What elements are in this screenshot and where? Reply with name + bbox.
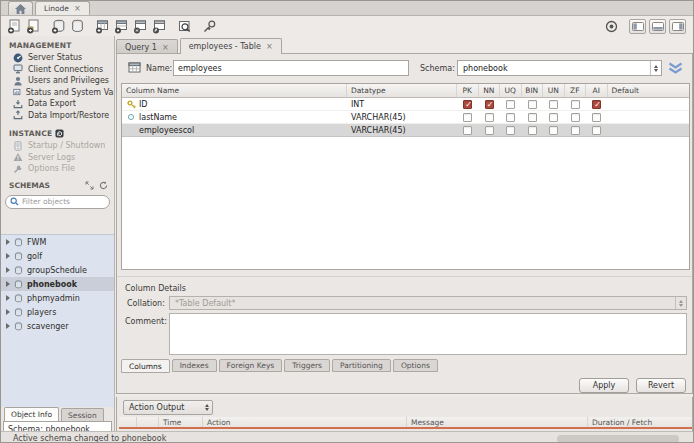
nn-checkbox[interactable] (485, 100, 494, 109)
table-row-employeescol[interactable]: employeescol VARCHAR(45) (122, 124, 689, 137)
ai-checkbox[interactable] (592, 100, 601, 109)
open-sql-script-icon[interactable] (24, 18, 43, 35)
reconnect-icon[interactable] (200, 18, 219, 35)
tab-foreign-keys[interactable]: Foreign Keys (219, 359, 283, 372)
tab-session[interactable]: Session (61, 408, 104, 421)
header-pk[interactable]: PK (457, 84, 479, 97)
tab-options[interactable]: Options (393, 359, 438, 372)
toggle-left-sidebar-icon[interactable] (629, 19, 646, 34)
bin-checkbox[interactable] (528, 100, 537, 109)
expander-icon[interactable] (6, 267, 10, 273)
connection-tab[interactable]: Linode × (35, 1, 90, 15)
toggle-right-sidebar-icon[interactable] (669, 19, 686, 34)
bin-checkbox[interactable] (528, 126, 537, 135)
apply-button[interactable]: Apply (579, 378, 629, 393)
header-datatype[interactable]: Datatype (347, 84, 457, 97)
sidebar-item-system-variables[interactable]: Status and System Variables (1, 87, 114, 99)
tab-triggers[interactable]: Triggers (284, 359, 330, 372)
nn-checkbox[interactable] (485, 113, 494, 122)
table-row-id[interactable]: ID INT (122, 98, 689, 111)
comment-textarea[interactable] (169, 313, 687, 355)
spinner-icon[interactable] (650, 61, 661, 75)
schema-item-phonebook[interactable]: phonebook (1, 277, 114, 291)
table-row-lastname[interactable]: lastName VARCHAR(45) (122, 111, 689, 124)
header-column-name[interactable]: Column Name (122, 84, 347, 97)
expander-icon[interactable] (6, 323, 10, 329)
header-nn[interactable]: NN (479, 84, 501, 97)
schemas-section-title: SCHEMAS (9, 181, 50, 190)
header-bin[interactable]: BIN (522, 84, 544, 97)
zf-checkbox[interactable] (571, 126, 580, 135)
header-duration[interactable]: Duration / Fetch (588, 417, 692, 427)
expander-icon[interactable] (6, 295, 10, 301)
create-procedure-icon[interactable] (131, 18, 150, 35)
header-uq[interactable]: UQ (500, 84, 522, 97)
filter-objects-input[interactable] (22, 197, 102, 206)
tab-query-1[interactable]: Query 1 × (116, 39, 178, 54)
un-checkbox[interactable] (549, 113, 558, 122)
pk-checkbox[interactable] (463, 126, 472, 135)
schema-item-scavenger[interactable]: scavenger (1, 319, 114, 333)
tab-object-info[interactable]: Object Info (4, 407, 59, 421)
close-icon[interactable]: × (162, 43, 169, 52)
expander-icon[interactable] (6, 281, 10, 287)
header-un[interactable]: UN (543, 84, 565, 97)
create-function-icon[interactable] (150, 18, 169, 35)
uq-checkbox[interactable] (506, 126, 515, 135)
sidebar-item-users-privileges[interactable]: Users and Privileges (1, 75, 114, 87)
spinner-icon[interactable] (201, 401, 212, 414)
expand-icon[interactable] (85, 181, 94, 190)
create-view-icon[interactable] (112, 18, 131, 35)
schema-item-phpmyadmin[interactable]: phpmyadmin (1, 291, 114, 305)
nn-checkbox[interactable] (485, 126, 494, 135)
create-table-icon[interactable] (93, 18, 112, 35)
sidebar-item-client-connections[interactable]: Client Connections (1, 64, 114, 76)
revert-button[interactable]: Revert (636, 378, 686, 393)
create-schema-icon[interactable] (49, 18, 68, 35)
search-data-icon[interactable] (175, 18, 194, 35)
header-zf[interactable]: ZF (565, 84, 587, 97)
uq-checkbox[interactable] (506, 113, 515, 122)
pk-checkbox[interactable] (463, 100, 472, 109)
table-name-input[interactable] (173, 60, 409, 76)
expander-icon[interactable] (6, 309, 10, 315)
sidebar-item-data-export[interactable]: Data Export (1, 98, 114, 110)
pk-checkbox[interactable] (463, 113, 472, 122)
un-checkbox[interactable] (549, 100, 558, 109)
un-checkbox[interactable] (549, 126, 558, 135)
schema-item-players[interactable]: players (1, 305, 114, 319)
tab-indexes[interactable]: Indexes (172, 359, 217, 372)
bin-checkbox[interactable] (528, 113, 537, 122)
toggle-bottom-panel-icon[interactable] (649, 19, 666, 34)
tab-partitioning[interactable]: Partitioning (332, 359, 391, 372)
header-time[interactable]: Time (159, 417, 203, 427)
schema-item-golf[interactable]: golf (1, 249, 114, 263)
schema-item-groupschedule[interactable]: groupSchedule (1, 263, 114, 277)
action-output-select[interactable]: Action Output (123, 400, 213, 415)
header-action[interactable]: Action (203, 417, 407, 427)
schema-select[interactable]: phonebook (457, 60, 662, 76)
refresh-icon[interactable] (99, 181, 108, 190)
ai-checkbox[interactable] (592, 126, 601, 135)
tab-columns[interactable]: Columns (121, 359, 170, 373)
collapse-header-chevron-icon[interactable] (667, 62, 684, 74)
schema-item-fwm[interactable]: FWM (1, 235, 114, 249)
header-ai[interactable]: AI (586, 84, 608, 97)
home-tab[interactable] (8, 1, 33, 15)
header-message[interactable]: Message (407, 417, 588, 427)
tab-employees-table[interactable]: employees - Table × (180, 38, 282, 54)
ai-checkbox[interactable] (592, 113, 601, 122)
database-icon[interactable] (68, 18, 87, 35)
sidebar-item-server-status[interactable]: Server Status (1, 52, 114, 64)
zf-checkbox[interactable] (571, 100, 580, 109)
close-icon[interactable]: × (266, 42, 273, 51)
expander-icon[interactable] (6, 239, 10, 245)
header-default[interactable]: Default (608, 84, 690, 97)
close-icon[interactable]: × (74, 4, 81, 13)
new-sql-tab-icon[interactable] (5, 18, 24, 35)
expander-icon[interactable] (6, 253, 10, 259)
uq-checkbox[interactable] (506, 100, 515, 109)
zf-checkbox[interactable] (571, 113, 580, 122)
instance-actions-icon[interactable] (55, 129, 64, 138)
sidebar-item-data-import[interactable]: Data Import/Restore (1, 110, 114, 122)
